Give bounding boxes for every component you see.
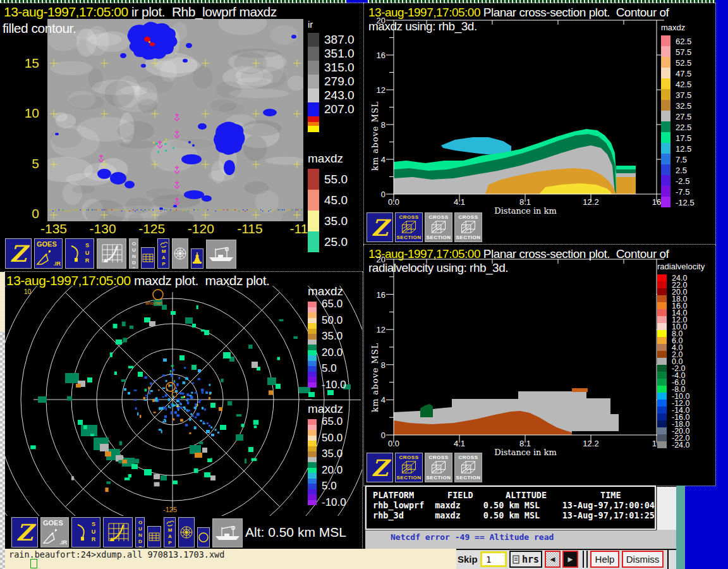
ir-maxdz-colorbar: maxdz55.045.035.025.0 xyxy=(308,152,368,252)
axis-tick-label: -130 xyxy=(90,221,116,236)
axis-tick-label: 0.0 xyxy=(388,439,399,448)
grid-button[interactable] xyxy=(141,247,155,269)
colorbar-tick-label: 47.5 xyxy=(676,68,691,78)
cross-section-button[interactable]: CROSS SECTION xyxy=(425,453,452,482)
colorbar-segment xyxy=(308,33,319,47)
axis-tick-label: 4.1 xyxy=(454,439,465,448)
colorbar-tick-label: 7.5 xyxy=(676,154,687,164)
status-message: Netcdf error -49 == Altitude read xyxy=(391,532,676,542)
surveillance-button[interactable]: SUR xyxy=(71,517,100,548)
xsec-velocity-subtitle: radialvelocity using: rhb_3d. xyxy=(368,261,508,275)
colorbar-segment xyxy=(308,355,317,361)
map-button[interactable]: MAP xyxy=(157,238,169,269)
goes-ir-button[interactable]: GOES .IR xyxy=(40,517,69,548)
cross-section-button[interactable]: CROSS SECTION xyxy=(454,212,482,242)
zeb-z-icon: Z xyxy=(16,521,33,544)
map-button[interactable]: MAP xyxy=(164,517,176,548)
colorbar-segment xyxy=(657,393,667,400)
axis-tick-label: 12.2 xyxy=(583,197,598,207)
map-label: MAP xyxy=(167,527,173,546)
bounds-button[interactable]: BOUNDS xyxy=(129,238,138,269)
colorbar-segment xyxy=(657,434,667,441)
cross-section-button-active[interactable]: CROSS SECTION xyxy=(395,453,423,482)
scan-web-button[interactable] xyxy=(172,238,188,269)
colorbar-segment xyxy=(661,197,670,207)
cross-section-button[interactable]: CROSS SECTION xyxy=(454,453,482,482)
cross-section-button[interactable]: CROSS SECTION xyxy=(425,212,452,242)
colorbar-segment xyxy=(308,169,319,190)
step-back-button[interactable]: ◄ xyxy=(545,551,561,568)
colorbar-title: radialvelocity xyxy=(657,262,716,271)
step-forward-button[interactable]: ► xyxy=(562,551,578,568)
axis-tick-label: 20 xyxy=(377,16,385,25)
colorbar-segment xyxy=(661,111,670,121)
table-row: rhb_3dmaxdz0.50 km MSL13-Aug-97,17:01:25 xyxy=(373,510,655,520)
radar-corner-label: 10 xyxy=(24,288,31,295)
satellite-image xyxy=(47,19,303,221)
xsec-maxdz-buttonrow: Z CROSS SECTION CROSS xyxy=(367,212,482,242)
axis-tick-label: 4 xyxy=(381,395,385,405)
zeb-logo-button[interactable]: Z xyxy=(367,212,393,242)
colorbar-segment xyxy=(308,494,317,500)
xsec-maxdz-yticks: 201612840 xyxy=(372,20,385,194)
help-button[interactable]: Help xyxy=(590,551,619,568)
radar-grid-button[interactable] xyxy=(97,238,126,269)
altitude-readout: Alt: 0.50 km MSL xyxy=(245,525,346,540)
colorbar-tick-label: -24.0 xyxy=(672,441,690,450)
colorbar-segment xyxy=(657,281,667,288)
colorbar-segment xyxy=(661,143,670,154)
bounds-button[interactable]: BOUNDS xyxy=(135,517,145,548)
goes-ir-button[interactable]: GOES .IR xyxy=(34,238,63,269)
colorbar-tick-label: 17.5 xyxy=(676,133,691,142)
skip-value-input[interactable]: 1 xyxy=(480,551,507,567)
colorbar-tick-label: 315.0 xyxy=(324,61,355,75)
bar-separator xyxy=(583,551,588,568)
radar-toolbar: Z GOES .IR SUR xyxy=(11,517,243,548)
colorbar-segment xyxy=(308,500,317,506)
grid-icon xyxy=(142,254,154,262)
buoy-button[interactable] xyxy=(191,248,203,269)
section-label: SECTION xyxy=(426,475,451,480)
colorbar-tick-label: 22.5 xyxy=(676,122,691,132)
colorbar-segment xyxy=(308,366,317,372)
colorbar-segment xyxy=(308,312,317,318)
zeb-logo-button[interactable]: Z xyxy=(5,238,32,269)
colorbar-segment xyxy=(661,175,670,186)
colorbar-segment xyxy=(661,121,670,132)
bounds-label: BOUNDS xyxy=(131,238,136,269)
table-header-cell: PLATFORM xyxy=(373,490,447,500)
colorbar-segment xyxy=(657,288,667,295)
ship-button[interactable] xyxy=(212,518,243,548)
axis-tick-label: 0 xyxy=(381,190,385,199)
section-label: SECTION xyxy=(426,235,451,240)
colorbar-tick-label: 35.0 xyxy=(322,330,343,343)
colorbar-segment xyxy=(657,323,667,330)
colorbar-segment xyxy=(308,451,317,457)
zeb-logo-button[interactable]: Z xyxy=(367,453,393,482)
colorbar-segment xyxy=(308,323,317,329)
zeb-display-screen: 13-aug-1997,17:05:00 ir plot. Rhb_lowprf… xyxy=(0,0,728,569)
surveillance-button[interactable]: SUR xyxy=(65,238,94,269)
grid-button[interactable] xyxy=(147,526,161,548)
table-cell: 13-Aug-97,17:01:25 xyxy=(562,510,655,520)
circle-button[interactable] xyxy=(197,527,210,548)
ship-button[interactable] xyxy=(206,240,236,269)
xterm-window[interactable]: rain.beaufort:24>xdump.all 970813.1703.x… xyxy=(5,549,456,569)
radar-range-label: -125 xyxy=(163,506,177,513)
dismiss-button[interactable]: Dismiss xyxy=(622,551,664,568)
axis-tick-label: 8.1 xyxy=(519,197,531,207)
colorbar-segment xyxy=(308,419,317,425)
terminal-prompt-line: rain.beaufort:24>xdump.all 970813.1703.x… xyxy=(9,549,456,560)
colorbar-tick-label: 45.0 xyxy=(324,193,348,207)
zeb-logo-button[interactable]: Z xyxy=(11,517,38,548)
scan-web-button[interactable] xyxy=(178,517,195,548)
cross-section-button-active[interactable]: CROSS SECTION xyxy=(395,212,423,242)
desktop-bottom-right xyxy=(685,486,728,569)
section-label: SECTION xyxy=(456,235,480,240)
radar-grid-button[interactable] xyxy=(103,517,133,548)
axis-tick-label: 8 xyxy=(381,360,385,369)
hrs-button[interactable]: hrs xyxy=(509,551,542,568)
circle-icon xyxy=(198,532,209,543)
radar-plot-title: 13-aug-1997,17:05:00 maxdz plot. maxdz p… xyxy=(6,273,269,288)
colorbar-segment xyxy=(657,379,667,386)
